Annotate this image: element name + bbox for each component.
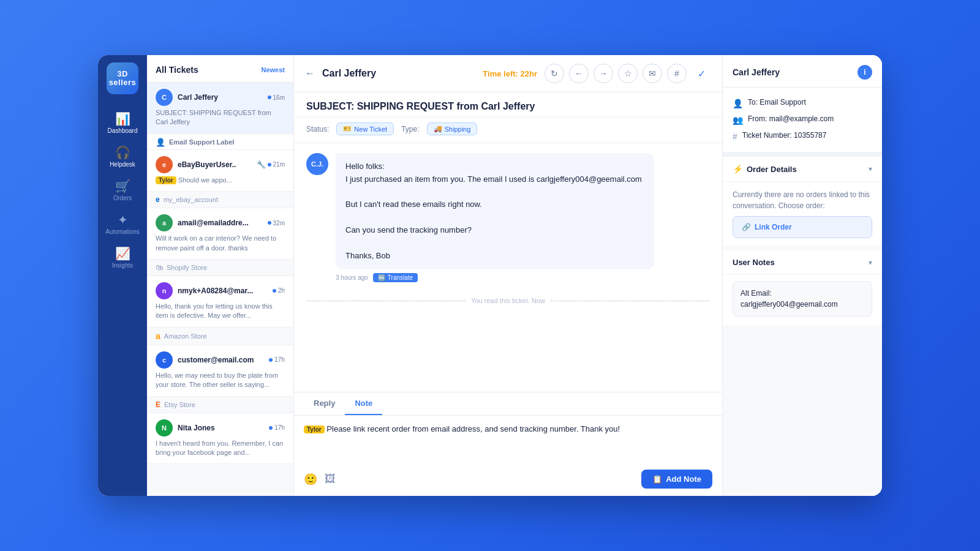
message-meta: 3 hours ago 🔤 Translate [336,273,710,282]
person-icon: 👤 [733,99,743,108]
chevron-down-icon: ▾ [869,165,872,173]
reply-text: Please link recent order from email addr… [326,424,620,433]
status-badge: 🎫 New Ticket [336,122,394,135]
star-button[interactable]: ☆ [618,64,638,83]
ticket-item-carl-jeffery[interactable]: C Carl Jeffery 16m SUBJECT: SHIPPING REQ… [147,83,293,134]
ticket-preview: Hello, we may need to buy the plate from… [156,371,285,390]
order-details-title: ⚡ Order Details [733,164,797,174]
store-label-ebay: e my_ebay_account [147,192,293,208]
from-row: 👥 From: mail@example.com [733,111,872,128]
user-notes-header[interactable]: User Notes ▾ [723,250,882,275]
all-tickets-title: All Tickets [156,65,198,75]
ticket-time: 16m [268,94,285,101]
helpdesk-icon: 🎧 [115,146,130,159]
order-details-section: ⚡ Order Details ▾ Currently there are no… [723,157,882,246]
message-bubble: Hello folks: I just purchased an item fr… [336,153,654,269]
ticket-time: 32m [268,220,285,227]
ticket-item-customer[interactable]: c customer@email.com 17h Hello, we may n… [147,345,293,397]
chat-contact-name: Carl Jeffery [322,68,475,79]
sidebar-item-automations[interactable]: ✦ Automations [98,208,147,241]
ticket-preview: Tylor Should we appo... [156,176,285,185]
reply-tools: 🙂 🖼 [304,473,336,486]
add-note-button[interactable]: 📋 Add Note [641,470,712,489]
ticket-list: C Carl Jeffery 16m SUBJECT: SHIPPING REQ… [147,83,293,496]
check-button[interactable]: ✓ [692,64,711,83]
translate-button[interactable]: 🔤 Translate [373,273,418,282]
sidebar-item-helpdesk[interactable]: 🎧 Helpdesk [98,140,147,174]
tag-button[interactable]: # [667,64,687,83]
time-left-label: Time left: 22hr [483,69,537,78]
ticket-time: 17h [269,356,285,363]
shipping-icon: 🚚 [434,125,442,133]
email-support-label-row: 👤 Email Support Label [147,134,293,150]
chat-panel: ← Carl Jeffery Time left: 22hr ↻ ← → ☆ ✉… [294,55,723,496]
prev-button[interactable]: ← [569,64,589,83]
back-button[interactable]: ← [305,68,315,79]
link-order-button[interactable]: 🔗 Link Order [733,216,872,238]
header-actions: ↻ ← → ☆ ✉ # ✓ [545,64,711,83]
to-row: 👤 To: Email Support [733,95,872,111]
ticket-item-nita-jones[interactable]: N Nita Jones 17h I haven't heard from yo… [147,413,293,465]
type-badge: 🚚 Shipping [427,122,478,135]
reply-tabs: Reply Note [294,392,722,416]
image-icon[interactable]: 🖼 [325,473,336,486]
status-label: Status: [306,125,329,133]
tab-reply[interactable]: Reply [304,392,345,415]
ticket-item-amail[interactable]: a amail@emailaddre... 32m Will it work o… [147,208,293,260]
ticket-preview: I haven't heard from you. Remember, I ca… [156,439,285,458]
ticket-icon: 🎫 [343,125,352,133]
sort-newest[interactable]: Newest [261,66,285,73]
message-time: 3 hours ago [336,274,368,281]
reply-footer: 🙂 🖼 📋 Add Note [294,465,722,496]
ticket-list-panel: All Tickets Newest C Carl Jeffery 16m SU… [147,55,294,496]
hash-icon: # [733,132,737,141]
ticket-preview: SUBJECT: SHIPPING REQUEST from Carl Jeff… [156,108,285,127]
store-name: Etsy Store [164,401,195,408]
avatar: C [156,89,173,106]
chat-subject: SUBJECT: SHIPPING REQUEST from Carl Jeff… [294,92,722,118]
insights-icon: 📈 [115,247,130,260]
ticket-name: amail@emailaddre... [178,219,263,227]
tylor-reply-tag: Tylor [304,425,325,433]
ticket-name: Carl Jeffery [178,93,263,102]
info-button[interactable]: i [858,65,872,80]
user-notes-title: User Notes [733,258,775,267]
ticket-item-nmyk[interactable]: n nmyk+A08284@mar... 2h Hello, thank you… [147,276,293,328]
tab-note[interactable]: Note [345,392,382,415]
ticket-time: 17h [269,424,285,431]
ticket-item-ebay-buyer[interactable]: e eBayBuyerUser.. 🔧 21m Tylor Should we … [147,150,293,192]
status-row: Status: 🎫 New Ticket Type: 🚚 Shipping [294,118,722,143]
email-button[interactable]: ✉ [643,64,662,83]
lightning-icon: ⚡ [733,164,743,174]
message-block: C.J. Hello folks: I just purchased an it… [306,153,710,282]
message-avatar: C.J. [306,153,328,175]
next-button[interactable]: → [594,64,613,83]
store-name: Shopify Store [167,264,207,271]
from-value: From: mail@example.com [748,114,834,123]
person-circle-icon: 👥 [733,115,743,125]
reply-input[interactable]: Tylor Please link recent order from emai… [294,416,722,465]
order-details-content: Currently there are no orders linked to … [723,182,882,246]
ticket-preview: Will it work on a car interior? We need … [156,234,285,253]
note-icon: 📋 [652,474,662,484]
amazon-icon: a [156,331,160,341]
sidebar-item-orders[interactable]: 🛒 Orders [98,174,147,208]
note-box: Alt Email: carlgjeffery004@geemail.com [733,281,872,317]
emoji-icon[interactable]: 🙂 [304,473,317,486]
type-label: Type: [401,125,419,133]
app-logo[interactable]: 3D sellers [107,62,138,94]
order-details-header[interactable]: ⚡ Order Details ▾ [723,157,882,182]
ticket-name: nmyk+A08284@mar... [178,287,268,295]
ticket-time: 🔧 21m [257,160,285,169]
to-value: To: Email Support [748,98,806,107]
right-panel-header: Carl Jeffery i [723,55,882,88]
sidebar-item-dashboard[interactable]: 📊 Dashboard [98,107,147,140]
sidebar-item-insights[interactable]: 📈 Insights [98,241,147,275]
store-name: my_ebay_account [164,196,218,203]
refresh-button[interactable]: ↻ [545,64,564,83]
dashboard-icon: 📊 [115,113,130,125]
chat-messages: C.J. Hello folks: I just purchased an it… [294,143,722,392]
ticket-preview: Hello, thank you for letting us know thi… [156,302,285,321]
orders-icon: 🛒 [115,180,130,192]
chat-header: ← Carl Jeffery Time left: 22hr ↻ ← → ☆ ✉… [294,55,722,92]
